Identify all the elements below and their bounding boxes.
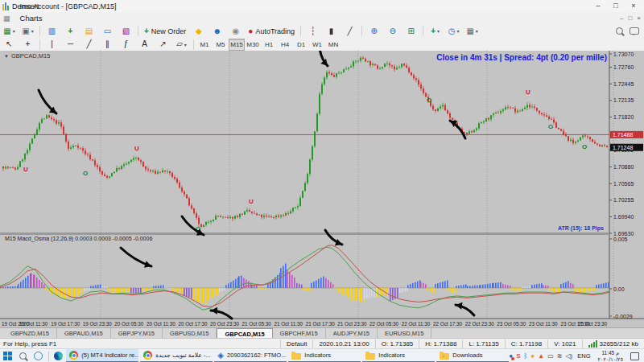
profile-selector[interactable]: Default xyxy=(280,339,312,348)
scripts-button[interactable]: ◉ xyxy=(227,25,244,38)
template-button[interactable]: ▦▾ xyxy=(464,25,481,38)
data-window-button[interactable]: + xyxy=(62,25,79,38)
vertical-line-tool[interactable]: | xyxy=(43,38,60,51)
task-button-0[interactable]: (5) MT4 Indicator re... xyxy=(66,349,138,362)
chart-window-icon: ▦ xyxy=(3,14,10,23)
svg-text:1.71248: 1.71248 xyxy=(613,145,633,150)
autotrading-button-label: AutoTrading xyxy=(255,27,295,35)
crosshair-tool[interactable]: + xyxy=(19,38,36,51)
timeframe-m1-button[interactable]: M1 xyxy=(196,39,213,51)
chat-icon[interactable] xyxy=(630,27,639,35)
arrows-tool[interactable]: ↗ xyxy=(155,38,171,51)
vertical-line-tool-icon: | xyxy=(51,40,53,48)
navigator-button[interactable]: ▤ xyxy=(80,25,97,38)
caret-down-icon: ▾ xyxy=(31,28,34,34)
tools-toolbar: ↖+|─╱∥ƒA↗▱▾M1M5M15M30H1H4D1W1MN xyxy=(0,38,644,51)
new-order-button[interactable]: +New Order xyxy=(142,25,188,38)
svg-text:19 Oct 23:30: 19 Oct 23:30 xyxy=(83,321,113,327)
navigator-icon: ▤ xyxy=(85,27,93,35)
task-button-5[interactable]: ↓Downloads xyxy=(436,349,509,362)
channel-tool[interactable]: ∥ xyxy=(99,38,116,51)
candlestick-chart-button[interactable]: ▮ xyxy=(323,25,340,38)
svg-text:U: U xyxy=(23,166,28,173)
trendline-tool[interactable]: ╱ xyxy=(80,38,97,51)
metaeditor-button[interactable]: ◆ xyxy=(190,25,207,38)
svg-text:21 Oct 17:30: 21 Oct 17:30 xyxy=(306,321,336,327)
task-label: 2090362162: FTMO... xyxy=(227,352,286,359)
terminal-button[interactable]: ▭ xyxy=(99,25,116,38)
wifi-icon[interactable]: ≋ xyxy=(557,353,563,360)
svg-text:1.71820: 1.71820 xyxy=(613,114,634,120)
zoom-out-button[interactable]: ⊖ xyxy=(384,25,401,38)
svg-text:U: U xyxy=(134,145,139,152)
edge-icon[interactable] xyxy=(51,349,66,362)
line-chart-button[interactable]: ╱ xyxy=(341,25,358,38)
menu-insert[interactable]: Insert xyxy=(14,0,53,12)
antivirus-icon[interactable]: ▲ xyxy=(538,353,544,360)
timeframe-w1-button[interactable]: W1 xyxy=(309,39,325,51)
tile-windows-button[interactable]: ⊞ xyxy=(402,25,419,38)
minimize-button[interactable]: – xyxy=(589,0,607,11)
mdi-minimize-button[interactable]: – xyxy=(620,14,623,22)
task-button-4[interactable]: Indicators xyxy=(362,349,435,362)
bar-chart-button[interactable]: ┆ xyxy=(304,25,321,38)
search-icon[interactable] xyxy=(616,27,623,35)
profiles-button[interactable]: ▣▾ xyxy=(19,25,36,38)
market-watch-button[interactable]: ▥ xyxy=(43,25,60,38)
task-button-3[interactable]: Indicators xyxy=(288,349,361,362)
period-button[interactable]: ◷▾ xyxy=(445,25,462,38)
start-button[interactable] xyxy=(0,349,15,362)
volume-icon[interactable]: ◁) xyxy=(565,353,572,360)
timeframe-h1-button[interactable]: H1 xyxy=(261,39,277,51)
bluetooth-icon[interactable]: ᛒ xyxy=(524,353,528,360)
chart-tabs-bar: GBPNZD,M15GBPAUD,M15GBPJPY,M15GBPUSD,M15… xyxy=(0,327,644,339)
shapes-tool[interactable]: ▱▾ xyxy=(173,38,190,51)
timeframe-h4-button[interactable]: H4 xyxy=(277,39,293,51)
chart-symbol-label[interactable]: ▼ GBPCAD,M15 xyxy=(4,52,50,60)
task-button-1[interactable]: علامة تبويب جديدة -... xyxy=(140,349,213,362)
display-icon[interactable]: ▭ xyxy=(547,353,554,360)
timeframe-d1-button[interactable]: D1 xyxy=(293,39,309,51)
template-icon: ▦ xyxy=(466,27,473,35)
svg-text:0.00: 0.00 xyxy=(613,286,625,292)
panel-separator[interactable] xyxy=(0,232,609,235)
network-globe-icon[interactable]: ● xyxy=(509,353,513,360)
close-button[interactable]: × xyxy=(625,0,642,11)
task-button-2[interactable]: ◈2090362162: FTMO... xyxy=(214,349,287,362)
cortana-icon[interactable] xyxy=(31,349,46,362)
caret-down-icon: ▾ xyxy=(456,28,459,34)
svg-text:23 Oct 11:30: 23 Oct 11:30 xyxy=(529,321,558,327)
fibonacci-tool[interactable]: ƒ xyxy=(118,38,134,51)
language-indicator[interactable]: ENG xyxy=(577,352,590,360)
svg-text:21 Oct 05:30: 21 Oct 05:30 xyxy=(242,321,272,327)
zoom-in-button[interactable]: ⊕ xyxy=(365,25,382,38)
text-tool[interactable]: A xyxy=(136,38,153,51)
action-center-icon[interactable] xyxy=(630,352,639,360)
taskbar-search-icon[interactable] xyxy=(15,349,31,362)
cursor-tool[interactable]: ↖ xyxy=(1,38,18,51)
svg-text:22 Oct 17:30: 22 Oct 17:30 xyxy=(433,321,463,327)
chart-area[interactable]: 1.730701.727601.724451.721351.718201.711… xyxy=(0,51,644,327)
timeframe-mn-button[interactable]: MN xyxy=(325,39,341,51)
collapse-icon[interactable]: ▼ xyxy=(4,54,9,59)
indicators-button[interactable]: +▾ xyxy=(427,25,444,38)
experts-button[interactable]: ☻ xyxy=(208,25,225,38)
market-watch-icon: ▥ xyxy=(48,27,56,35)
s-app-icon[interactable]: S xyxy=(516,353,520,360)
store-icon[interactable]: ● xyxy=(530,353,535,360)
taskbar-clock[interactable]: 11:45 م ٢٠٢٠/١٠/٢٥ xyxy=(597,350,623,361)
tester-button[interactable]: ▧ xyxy=(118,25,134,38)
horizontal-line-tool[interactable]: ─ xyxy=(62,38,79,51)
timeframe-m30-button[interactable]: M30 xyxy=(245,39,261,51)
maximize-button[interactable]: □ xyxy=(607,0,625,11)
price-chart[interactable]: 1.730701.727601.724451.721351.718201.711… xyxy=(0,51,644,327)
timeframe-m5-button[interactable]: M5 xyxy=(213,39,229,51)
autotrading-button[interactable]: ●AutoTrading xyxy=(246,25,297,38)
new-chart-button[interactable]: ▦▾ xyxy=(1,25,18,38)
mdi-restore-button[interactable]: □ xyxy=(628,14,632,22)
timeframe-m15-button[interactable]: M15 xyxy=(229,39,245,51)
shapes-tool-icon: ▱ xyxy=(176,40,183,48)
mdi-close-button[interactable]: × xyxy=(637,14,641,22)
svg-text:1.72445: 1.72445 xyxy=(613,81,634,87)
menu-charts[interactable]: Charts xyxy=(14,12,53,24)
